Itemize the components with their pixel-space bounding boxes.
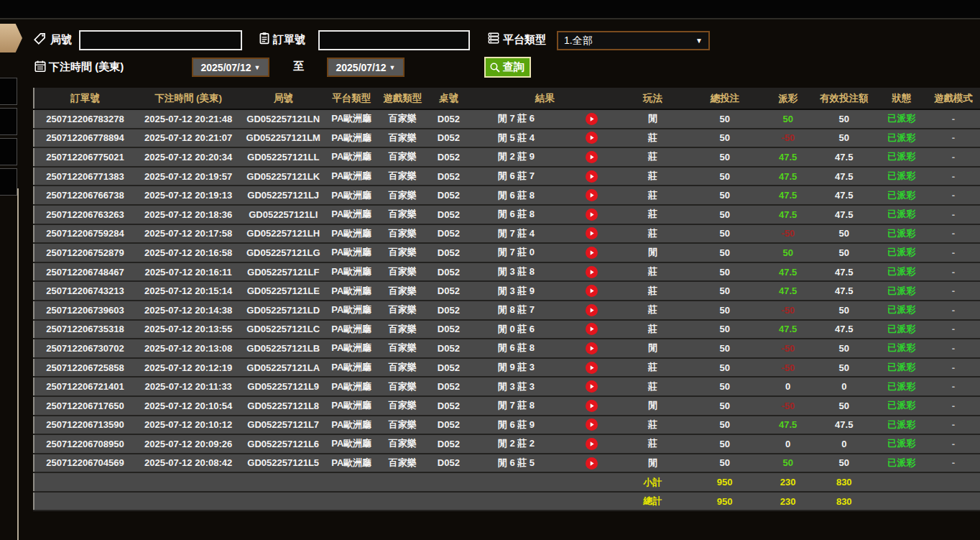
cell-status: 已派彩 <box>877 281 927 301</box>
cell-round-no: GD052257121LK <box>241 167 325 186</box>
cell-table-no: D052 <box>427 454 469 473</box>
cell-order-no: 250712206783278 <box>34 109 136 129</box>
cell-platform-type: PA歐洲廳 <box>325 434 377 454</box>
cell-platform-type: PA歐洲廳 <box>325 377 377 396</box>
cell-replay <box>563 186 621 205</box>
cell-game-type: 百家樂 <box>377 262 427 282</box>
cell-payout: 47.5 <box>764 167 812 186</box>
cell-total-bet: 50 <box>685 167 764 186</box>
cell-result: 閒 3 莊 8 <box>469 262 563 282</box>
sidebar-item[interactable] <box>0 168 17 196</box>
cell-status: 已派彩 <box>877 129 927 148</box>
replay-icon[interactable] <box>586 323 598 335</box>
cell-payout: -50 <box>764 339 812 358</box>
cell-game-type: 百家樂 <box>377 416 427 435</box>
replay-icon[interactable] <box>586 380 598 393</box>
date-from-picker[interactable]: 2025/07/12 ▼ <box>192 58 269 77</box>
cell-bet-time: 2025-07-12 20:19:13 <box>136 186 241 205</box>
cell-valid-bet: 47.5 <box>812 320 877 339</box>
cell-order-no: 250712206752879 <box>34 243 136 262</box>
cell-table-no: D052 <box>427 320 469 339</box>
replay-icon[interactable] <box>586 362 598 374</box>
cell-round-no: GD052257121LA <box>241 358 325 377</box>
cell-payout: 47.5 <box>764 147 812 167</box>
cell-round-no: GD052257121L6 <box>241 434 325 454</box>
cell-round-no: GD052257121LF <box>241 262 325 282</box>
sidebar-item[interactable] <box>0 108 17 135</box>
cell-total-bet: 50 <box>685 224 764 244</box>
cell-status: 已派彩 <box>877 396 927 416</box>
table-row: 2507122067713832025-07-12 20:19:57GD0522… <box>34 167 980 186</box>
cell-valid-bet: 50 <box>812 339 877 358</box>
col-header-status: 狀態 <box>877 88 927 109</box>
replay-icon[interactable] <box>586 285 598 297</box>
top-bar <box>0 0 980 19</box>
col-header-game-type: 遊戲類型 <box>377 88 427 109</box>
cell-game-mode: - <box>927 109 980 129</box>
magnifier-icon <box>489 62 501 73</box>
cell-total-bet: 50 <box>685 262 764 282</box>
replay-icon[interactable] <box>586 457 598 470</box>
cell-payout: 0 <box>764 377 812 396</box>
cell-status: 已派彩 <box>877 262 927 282</box>
sidebar-item[interactable] <box>0 78 17 105</box>
cell-valid-bet: 47.5 <box>812 167 877 186</box>
cell-valid-bet: 0 <box>812 377 877 396</box>
replay-icon[interactable] <box>586 189 598 201</box>
game-no-input[interactable] <box>79 30 242 50</box>
platform-type-select[interactable]: 1.全部 ▼ <box>557 31 710 50</box>
table-row: 2507122067528792025-07-12 20:16:58GD0522… <box>34 243 980 262</box>
cell-bet-time: 2025-07-12 20:16:58 <box>136 243 241 262</box>
order-no-input[interactable] <box>318 30 470 50</box>
cell-order-no: 250712206748467 <box>34 262 136 282</box>
replay-icon[interactable] <box>586 342 598 354</box>
cell-total-bet: 50 <box>685 129 764 148</box>
replay-icon[interactable] <box>586 170 598 183</box>
replay-icon[interactable] <box>586 266 598 278</box>
cell-platform-type: PA歐洲廳 <box>325 147 377 167</box>
cell-game-mode: - <box>927 320 980 339</box>
cell-replay <box>563 301 621 320</box>
cell-result: 閒 6 莊 9 <box>469 416 563 435</box>
search-button[interactable]: 查詢 <box>484 57 531 78</box>
cell-payout: 0 <box>764 434 812 454</box>
cell-payout: 47.5 <box>764 205 812 224</box>
col-header-bet-time: 下注時間 (美東) <box>136 88 241 109</box>
replay-icon[interactable] <box>586 400 598 412</box>
cell-game-type: 百家樂 <box>377 320 427 339</box>
cell-game-type: 百家樂 <box>377 224 427 244</box>
cell-table-no: D052 <box>427 377 469 396</box>
cell-platform-type: PA歐洲廳 <box>325 205 377 224</box>
replay-icon[interactable] <box>586 438 598 450</box>
cell-result: 閒 3 莊 3 <box>469 377 563 396</box>
cell-play-type: 莊 <box>621 147 685 167</box>
table-row: 2507122067632632025-07-12 20:18:36GD0522… <box>34 205 980 224</box>
col-header-platform-type: 平台類型 <box>325 88 377 109</box>
grand-total-valid-bet: 830 <box>812 492 877 511</box>
cell-result: 閒 0 莊 6 <box>469 320 563 339</box>
cell-table-no: D052 <box>427 147 469 167</box>
sidebar-item[interactable] <box>0 138 17 165</box>
replay-icon[interactable] <box>586 151 598 163</box>
cell-total-bet: 50 <box>685 281 764 301</box>
replay-icon[interactable] <box>586 247 598 259</box>
replay-icon[interactable] <box>586 418 598 431</box>
replay-icon[interactable] <box>586 304 598 316</box>
replay-icon[interactable] <box>586 227 598 239</box>
cell-bet-time: 2025-07-12 20:10:54 <box>136 396 241 416</box>
sidebar-collapse-handle[interactable] <box>0 24 22 52</box>
date-to-picker[interactable]: 2025/07/12 ▼ <box>327 58 405 77</box>
cell-table-no: D052 <box>427 358 469 377</box>
grand-total-total-bet: 950 <box>685 492 764 511</box>
game-no-label: 局號 <box>50 33 72 47</box>
cell-total-bet: 50 <box>685 416 764 435</box>
cell-platform-type: PA歐洲廳 <box>325 396 377 416</box>
replay-icon[interactable] <box>586 209 598 221</box>
cell-order-no: 250712206735318 <box>34 320 136 339</box>
clipboard-icon <box>258 32 271 47</box>
cell-result: 閒 6 莊 8 <box>469 186 563 205</box>
replay-icon[interactable] <box>586 113 598 125</box>
calendar-icon <box>34 60 47 75</box>
replay-icon[interactable] <box>586 132 598 144</box>
cell-game-type: 百家樂 <box>377 205 427 224</box>
